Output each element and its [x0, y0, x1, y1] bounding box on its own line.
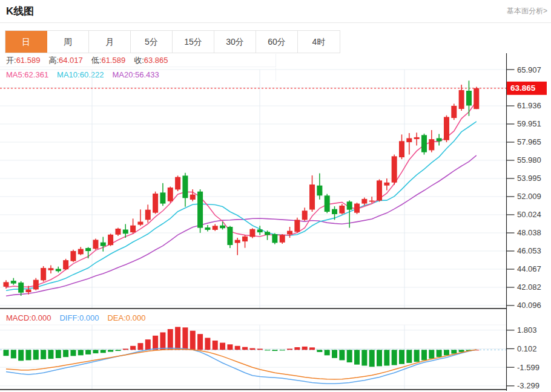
- svg-text:-3.299: -3.299: [517, 381, 539, 390]
- tab-15min[interactable]: 15分: [173, 31, 214, 53]
- tab-week[interactable]: 周: [47, 31, 89, 53]
- svg-text:1.803: 1.803: [517, 325, 537, 335]
- ma5-line: [6, 102, 477, 288]
- svg-text:55.980: 55.980: [517, 155, 541, 165]
- tab-60min[interactable]: 60分: [256, 31, 298, 53]
- svg-text:57.965: 57.965: [517, 137, 541, 146]
- tab-5min[interactable]: 5分: [131, 31, 173, 53]
- period-tabs: 日周月5分15分30分60分4时: [5, 30, 340, 53]
- page-title: K线图: [6, 4, 34, 18]
- macd-histogram: [4, 327, 480, 367]
- svg-text:42.082: 42.082: [517, 283, 541, 292]
- svg-text:59.951: 59.951: [517, 119, 541, 128]
- tab-30min[interactable]: 30分: [214, 31, 256, 53]
- svg-text:61.936: 61.936: [517, 101, 541, 110]
- fundamental-analysis-link[interactable]: 基本面分析>: [507, 6, 547, 16]
- svg-text:63.865: 63.865: [510, 83, 536, 93]
- tab-day[interactable]: 日: [5, 31, 47, 53]
- svg-text:0.102: 0.102: [517, 344, 537, 353]
- candlestick-series: [4, 80, 480, 296]
- svg-text:46.053: 46.053: [517, 246, 541, 255]
- svg-text:50.024: 50.024: [517, 210, 541, 219]
- header-divider: [0, 22, 551, 23]
- kline-page: K线图 基本面分析> 日周月5分15分30分60分4时 开: 61.589高: …: [0, 0, 551, 392]
- kline-chart[interactable]: 65.90761.93659.95157.96555.98053.99552.0…: [0, 53, 551, 392]
- current-price-tag: 63.865: [507, 82, 547, 95]
- svg-text:52.009: 52.009: [517, 192, 541, 201]
- dea-line: [6, 349, 477, 379]
- tab-month[interactable]: 月: [89, 31, 131, 53]
- svg-text:65.907: 65.907: [517, 65, 541, 74]
- svg-text:-1.599: -1.599: [517, 363, 539, 372]
- svg-text:53.995: 53.995: [517, 174, 541, 183]
- tab-4hour[interactable]: 4时: [298, 31, 340, 53]
- svg-text:44.067: 44.067: [517, 264, 541, 273]
- svg-text:48.038: 48.038: [517, 228, 541, 237]
- svg-text:40.096: 40.096: [517, 301, 541, 310]
- ma20-line: [6, 155, 477, 296]
- ma10-line: [6, 122, 477, 291]
- ma-lines: [6, 102, 477, 296]
